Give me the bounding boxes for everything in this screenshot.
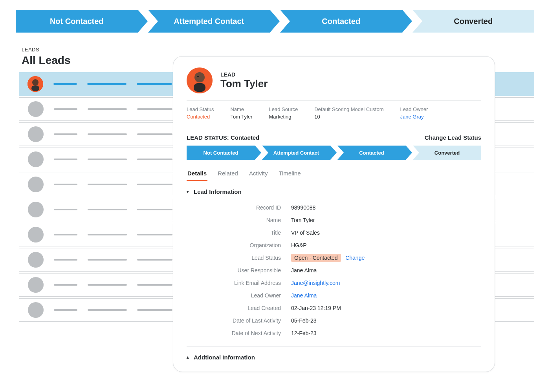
avatar (187, 67, 213, 93)
pipeline-stage-converted[interactable]: Converted (412, 10, 535, 33)
summary-value-source: Marketing (269, 114, 298, 120)
lead-status-mini-pipeline: Not Contacted Attempted Contact Contacte… (187, 146, 481, 160)
field-value: 98990088 (291, 204, 315, 211)
tab-details[interactable]: Details (187, 167, 207, 181)
avatar (28, 101, 44, 117)
field-label: User Responsible (202, 267, 281, 273)
avatar (28, 252, 44, 268)
lead-header: LEAD Tom Tyler (187, 67, 481, 93)
avatar (28, 227, 44, 242)
avatar (28, 277, 44, 293)
mini-stage-contacted[interactable]: Contacted (337, 146, 406, 160)
summary-label: Lead Status (187, 106, 214, 112)
pipeline-stage-contacted[interactable]: Contacted (280, 10, 402, 33)
lead-info-fields: Record ID98990088 NameTom Tyler TitleVP … (202, 201, 481, 323)
chevron-down-icon: ▾ (187, 189, 189, 194)
field-label: Date of Last Activity (202, 317, 281, 323)
field-value: VP of Sales (291, 230, 320, 236)
avatar (28, 302, 44, 318)
field-value: Jane Alma (291, 267, 317, 273)
pipeline-stage-not-contacted[interactable]: Not Contacted (16, 10, 138, 33)
lead-eyebrow: LEAD (220, 71, 268, 78)
tab-activity[interactable]: Activity (248, 167, 269, 181)
field-value: HG&P (291, 242, 307, 248)
field-value: 02-Jan-23 12:19 PM (291, 305, 341, 311)
field-label: Link Email Address (202, 280, 281, 286)
svg-point-5 (197, 76, 199, 77)
avatar (28, 126, 44, 142)
owner-link[interactable]: Jane Alma (291, 292, 317, 299)
pipeline-stage-attempted-contact[interactable]: Attempted Contact (148, 10, 270, 33)
avatar (28, 151, 44, 167)
lead-summary: Lead Status Contacted Name Tom Tyler Lea… (187, 106, 481, 120)
field-label: Lead Created (202, 305, 281, 311)
field-label: Organization (202, 242, 281, 248)
svg-point-1 (32, 79, 38, 86)
detail-tabs: Details Related Activity Timeline (187, 167, 481, 181)
field-label: Lead Owner (202, 292, 281, 299)
change-status-link[interactable]: Change (345, 255, 365, 261)
section-title: Lead Information (194, 188, 242, 195)
lead-detail-card: LEAD Tom Tyler Lead Status Contacted Nam… (173, 56, 495, 323)
mini-stage-attempted-contact[interactable]: Attempted Contact (262, 146, 330, 160)
lead-status-header: LEAD STATUS: Contacted (187, 134, 259, 141)
summary-value-score: 10 (314, 114, 383, 120)
field-label: Name (202, 217, 281, 223)
field-value: Tom Tyler (291, 217, 315, 223)
mini-stage-not-contacted[interactable]: Not Contacted (187, 146, 255, 160)
lead-status-badge: Open - Contacted (291, 254, 341, 262)
field-label: Title (202, 230, 281, 236)
section-lead-information[interactable]: ▾ Lead Information (187, 188, 481, 195)
avatar (28, 177, 44, 192)
summary-value-owner[interactable]: Jane Gray (400, 114, 428, 120)
summary-value-status: Contacted (187, 114, 214, 120)
field-value: 05-Feb-23 (291, 317, 317, 323)
leads-eyebrow: LEADS (22, 47, 550, 53)
summary-label: Lead Owner (400, 106, 428, 112)
lead-name: Tom Tyler (220, 78, 268, 90)
tab-related[interactable]: Related (217, 167, 239, 181)
avatar (28, 76, 43, 92)
svg-point-4 (194, 72, 205, 82)
svg-rect-6 (194, 83, 205, 92)
email-link[interactable]: Jane@insightly.com (291, 280, 340, 286)
field-label: Record ID (202, 204, 281, 211)
avatar (28, 202, 44, 217)
summary-value-name: Tom Tyler (230, 114, 252, 120)
tab-timeline[interactable]: Timeline (278, 167, 301, 181)
field-label: Lead Status (202, 255, 281, 261)
summary-label: Default Scoring Model Custom (314, 106, 383, 112)
change-lead-status-link[interactable]: Change Lead Status (425, 134, 481, 141)
svg-rect-2 (31, 86, 39, 91)
mini-stage-converted[interactable]: Converted (413, 146, 481, 160)
lead-status-pipeline: Not Contacted Attempted Contact Contacte… (16, 10, 534, 33)
summary-label: Lead Source (269, 106, 298, 112)
summary-label: Name (230, 106, 252, 112)
